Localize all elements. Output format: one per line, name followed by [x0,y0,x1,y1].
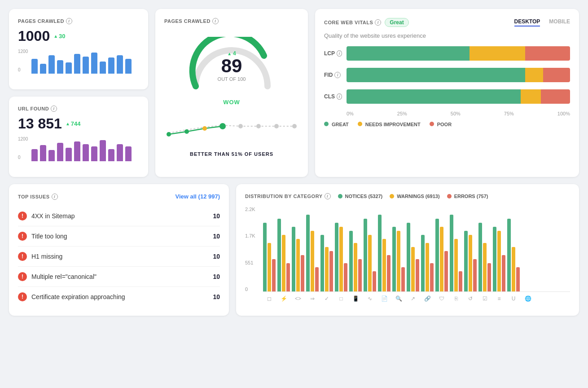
cls-great-seg [347,89,521,104]
dist-bar-group [493,227,505,291]
error-icon: ! [18,252,27,261]
notices-bar [320,235,324,291]
notices-bar [364,219,367,291]
dist-label: DISTRIBUTION BY CATEGORY i [245,193,331,199]
errors-bar [459,271,462,291]
svg-point-5 [256,124,261,128]
warnings-bar [397,231,400,291]
dist-bar-group [450,215,462,291]
fid-info-icon[interactable]: i [334,72,341,78]
errors-bar [502,255,505,291]
dist-bar-group [335,223,347,291]
bar [40,145,46,161]
dist-chart-area: 2.2K 1.7K 551 0 ◻ ⚡ <> ⇒ ✓ □ 📱 ∿ 📄 🔍 [245,207,570,305]
gauge-card-label: PAGES CRAWLED i [164,18,299,24]
warnings-bar [382,239,386,291]
issue-row: ! H1 missing 10 [18,247,220,267]
warnings-bar [339,227,343,291]
dist-bar-group [306,215,319,291]
url-found-label: URL FOUND i [18,106,139,112]
svg-point-0 [167,132,171,137]
errors-bar [401,267,405,291]
tab-desktop[interactable]: DESKTOP [514,18,540,26]
pages-crawled-change: 30 [53,33,65,40]
cwv-legend-great: GREAT [324,122,349,127]
gauge-wrapper: 4 89 OUT OF 100 [187,37,276,91]
cwv-subtitle: Quality of the website usres experience [324,32,570,39]
gauge-rating: WOW [223,99,240,106]
warnings-bar [354,243,357,291]
fid-needs-seg [525,68,543,82]
icon-copy: ⎘ [450,295,462,302]
bar [31,59,38,74]
bar [48,55,55,74]
bar [108,149,114,162]
bar [74,54,80,74]
dist-legend-notices: NOTICES (5327) [338,194,383,199]
warnings-dot [390,194,394,198]
cwv-cls-label: CLS i [324,93,342,100]
warnings-bar [512,247,515,291]
cwv-legend-poor: POOR [430,122,452,127]
dist-bar-group [364,219,376,291]
warnings-bar [426,243,429,291]
top-issues-card: TOP ISSUES i View all (12 997) ! 4XX in … [9,184,229,316]
cwv-cls-track [347,89,570,104]
dist-icons: ◻ ⚡ <> ⇒ ✓ □ 📱 ∿ 📄 🔍 ↗ 🔗 🛡 ⎘ ↺ ☑ ≡ [263,292,570,302]
icon-wave: ∿ [364,295,376,302]
warnings-bar [325,247,329,291]
cls-info-icon[interactable]: i [337,93,342,100]
issue-label: H1 missing [31,253,208,260]
bar [83,144,89,162]
icon-mobile: 📱 [349,295,362,302]
url-found-info-icon[interactable]: i [51,106,57,112]
gauge-card: PAGES CRAWLED i 4 89 OUT OF 100 WOW [155,9,308,177]
poor-dot [430,122,434,126]
dist-y-labels: 2.2K 1.7K 551 0 [245,207,261,292]
icon-check: ✓ [320,295,333,302]
dist-bar-group [292,227,304,291]
icon-underline: U [507,295,520,302]
url-chart-y-axis: 1200 0 [18,137,31,160]
bar [48,150,55,161]
icon-search: 🔍 [392,295,405,302]
issue-row: ! Certificate expiration approaching 10 [18,287,220,307]
dist-bar-group [421,235,434,291]
svg-point-7 [292,124,297,128]
notices-bar [306,215,310,291]
pages-crawled-label: PAGES CRAWLED i [18,18,139,24]
pages-crawled-chart: 1200 0 [18,49,139,80]
tab-mobile[interactable]: MOBILE [549,18,570,26]
errors-bar [444,251,448,291]
fid-poor-seg [543,68,570,82]
bar [100,140,106,161]
issue-count: 10 [213,253,220,260]
cwv-legend-needs: NEEDS IMPROVEMENT [358,122,421,127]
great-dot [324,122,329,126]
lcp-info-icon[interactable]: i [337,50,342,57]
gauge-info-icon[interactable]: i [212,18,219,24]
view-all-link[interactable]: View all (12 997) [176,193,220,200]
warnings-bar [311,231,314,291]
warnings-bar [483,243,487,291]
issue-label: Title too long [31,233,208,240]
errors-bar [387,255,391,291]
url-found-chart: 1200 0 [18,137,139,168]
issue-count: 10 [213,233,220,240]
dist-info-icon[interactable]: i [325,193,331,199]
issue-count: 10 [213,293,220,300]
issues-info-icon[interactable]: i [52,194,58,200]
svg-point-6 [274,124,279,128]
issue-count: 10 [213,212,220,220]
errors-dot [447,194,452,198]
notices-bar [277,219,281,291]
bar [117,55,123,74]
icon-sitemap: ◻ [263,295,276,302]
errors-bar [473,259,477,291]
errors-bar [286,263,290,291]
errors-bar [416,259,419,291]
pages-crawled-info-icon[interactable]: i [66,18,72,24]
cwv-tabs: DESKTOP MOBILE [514,18,570,26]
cwv-info-icon[interactable]: i [375,19,381,26]
notices-dot [338,194,342,198]
